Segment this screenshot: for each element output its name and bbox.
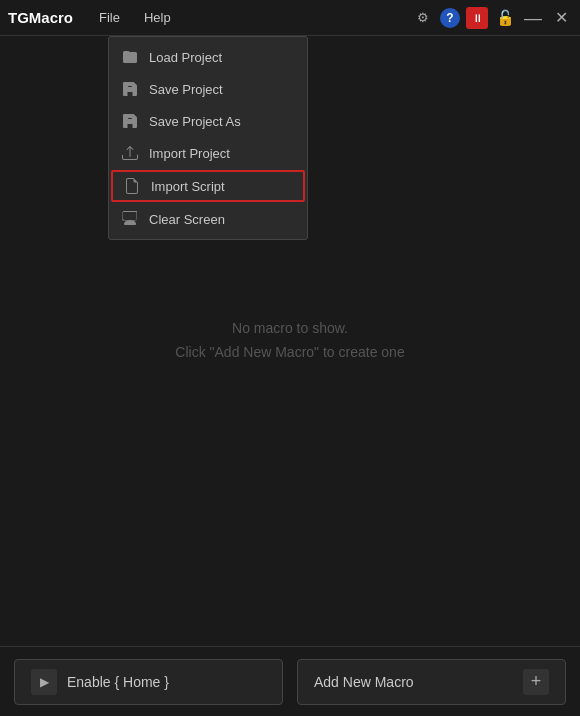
clear-screen-label: Clear Screen xyxy=(149,212,225,227)
menu-bar: File Help xyxy=(89,6,412,29)
menu-save-project-as[interactable]: Save Project As xyxy=(109,105,307,137)
help-icon[interactable]: ? xyxy=(440,8,460,28)
play-icon: ▶ xyxy=(31,669,57,695)
lock-icon[interactable]: 🔓 xyxy=(494,7,516,29)
import-project-label: Import Project xyxy=(149,146,230,161)
save-project-icon xyxy=(121,80,139,98)
gear-icon[interactable]: ⚙ xyxy=(412,7,434,29)
menu-file[interactable]: File xyxy=(89,6,130,29)
file-dropdown-menu: Load Project Save Project Save Project A… xyxy=(108,36,308,240)
close-icon[interactable]: ✕ xyxy=(550,7,572,29)
bottom-bar: ▶ Enable { Home } Add New Macro + xyxy=(0,646,580,716)
minimize-icon[interactable]: — xyxy=(522,7,544,29)
enable-label: Enable { Home } xyxy=(67,674,169,690)
title-bar-controls: ⚙ ? ⏸ 🔓 — ✕ xyxy=(412,7,572,29)
menu-import-script[interactable]: Import Script xyxy=(111,170,305,202)
menu-load-project[interactable]: Load Project xyxy=(109,41,307,73)
save-project-as-label: Save Project As xyxy=(149,114,241,129)
enable-button[interactable]: ▶ Enable { Home } xyxy=(14,659,283,705)
add-macro-label: Add New Macro xyxy=(314,674,414,690)
import-project-icon xyxy=(121,144,139,162)
empty-message-line1: No macro to show. xyxy=(232,317,348,341)
menu-save-project[interactable]: Save Project xyxy=(109,73,307,105)
add-macro-button[interactable]: Add New Macro + xyxy=(297,659,566,705)
empty-message-line2: Click "Add New Macro" to create one xyxy=(175,341,404,365)
pause-icon[interactable]: ⏸ xyxy=(466,7,488,29)
menu-import-project[interactable]: Import Project xyxy=(109,137,307,169)
load-project-icon xyxy=(121,48,139,66)
menu-clear-screen[interactable]: Clear Screen xyxy=(109,203,307,235)
app-brand: TGMacro xyxy=(8,9,73,26)
clear-screen-icon xyxy=(121,210,139,228)
import-script-icon xyxy=(123,177,141,195)
import-script-label: Import Script xyxy=(151,179,225,194)
title-bar: TGMacro File Help ⚙ ? ⏸ 🔓 — ✕ xyxy=(0,0,580,36)
plus-icon: + xyxy=(523,669,549,695)
save-project-label: Save Project xyxy=(149,82,223,97)
load-project-label: Load Project xyxy=(149,50,222,65)
menu-help[interactable]: Help xyxy=(134,6,181,29)
save-project-as-icon xyxy=(121,112,139,130)
